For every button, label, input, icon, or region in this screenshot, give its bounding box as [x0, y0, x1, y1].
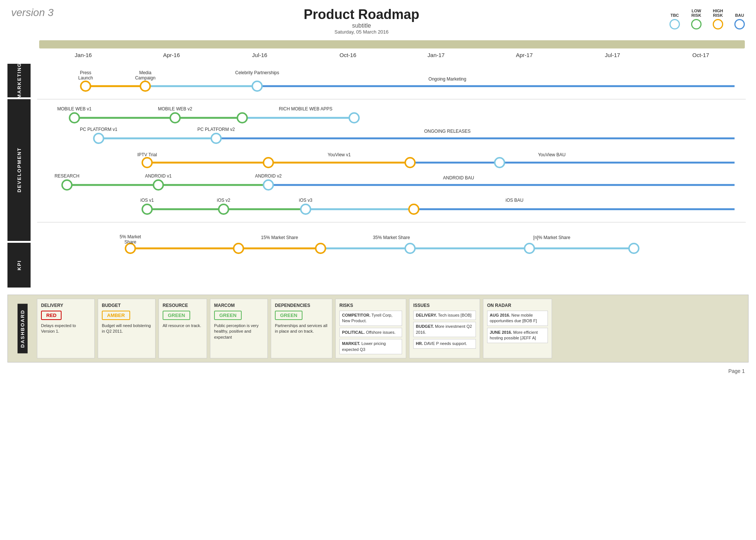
risk-item-3: MARKET. Lower pricing expected Q3	[339, 339, 402, 354]
delivery-card: DELIVERY RED Delays expected to Version …	[37, 299, 95, 358]
svg-text:RICH MOBILE WEB APPS: RICH MOBILE WEB APPS	[279, 106, 332, 112]
svg-text:RESEARCH: RESEARCH	[54, 173, 79, 179]
svg-point-54	[142, 204, 152, 214]
resource-title: RESOURCE	[163, 303, 203, 308]
risks-title: RISKS	[339, 303, 402, 308]
subtitle: subtitle	[304, 22, 419, 29]
section-label-development: DEVELOPMENT	[7, 99, 31, 241]
budget-card: BUDGET AMBER Budget will need bolstering…	[98, 299, 156, 358]
svg-text:YouView v1: YouView v1	[327, 152, 351, 157]
radar-item-1: AUG 2016. New mobile opportunities due […	[487, 311, 548, 326]
svg-text:PC PLATFORM v2: PC PLATFORM v2	[197, 127, 235, 132]
budget-status: AMBER	[102, 311, 130, 320]
radar-card: ON RADAR AUG 2016. New mobile opportunit…	[483, 299, 552, 358]
page-number: Page 1	[0, 366, 756, 376]
month-jul16: Jul-16	[216, 52, 304, 58]
budget-text: Budget will need bolstering in Q2 2011.	[102, 323, 151, 335]
svg-text:iOS v2: iOS v2	[217, 198, 230, 203]
svg-text:Press: Press	[80, 70, 91, 75]
svg-text:[n]% Market Share: [n]% Market Share	[533, 235, 571, 240]
svg-text:iOS v3: iOS v3	[299, 198, 312, 203]
svg-point-43	[62, 180, 72, 190]
dashboard-label-col: DASHBOARD	[12, 299, 33, 358]
resource-card: RESOURCE GREEN All resource on track.	[159, 299, 207, 358]
svg-text:ONGOING RELEASES: ONGOING RELEASES	[424, 129, 471, 134]
month-jan17: Jan-17	[392, 52, 480, 58]
dependencies-card: DEPENDENCIES GREEN Partnerships and serv…	[271, 299, 332, 358]
radar-title: ON RADAR	[487, 303, 548, 308]
marcom-text: Public perception is very healthy, posit…	[214, 323, 264, 340]
month-apr17: Apr-17	[480, 52, 569, 58]
section-label-marketing: MARKETING	[7, 64, 31, 97]
radar-item-2: JUNE 2016. More efficient hosting possib…	[487, 328, 548, 343]
month-apr16: Apr-16	[128, 52, 216, 58]
svg-text:iOS BAU: iOS BAU	[505, 198, 523, 203]
svg-text:15% Market Share: 15% Market Share	[261, 235, 298, 240]
svg-point-25	[94, 134, 104, 143]
gantt-area: Press Launch Media Campaign Celebrity Pa…	[31, 64, 749, 289]
svg-text:Media: Media	[139, 70, 151, 75]
svg-text:35% Market Share: 35% Market Share	[373, 235, 410, 240]
header: version 3 Product Roadmap subtitle Satur…	[0, 0, 756, 35]
svg-point-72	[525, 244, 534, 253]
month-oct16: Oct-16	[304, 52, 392, 58]
marcom-status: GREEN	[214, 311, 242, 320]
bau-circle	[734, 19, 745, 29]
dashboard-cards: DELIVERY RED Delays expected to Version …	[37, 299, 744, 358]
svg-point-18	[238, 113, 247, 123]
low-risk-circle	[691, 19, 702, 29]
svg-text:MOBILE WEB v1: MOBILE WEB v1	[57, 106, 91, 112]
svg-point-70	[316, 244, 326, 253]
svg-point-5	[252, 81, 262, 91]
marcom-card: MARCOM GREEN Public perception is very h…	[210, 299, 268, 358]
main-title: Product Roadmap	[304, 7, 419, 22]
svg-point-71	[405, 244, 415, 253]
issues-title: ISSUES	[413, 303, 476, 308]
svg-point-55	[219, 204, 229, 214]
timeline-header: Jan-16 Apr-16 Jul-16 Oct-16 Jan-17 Apr-1…	[0, 35, 756, 58]
roadmap-main: MARKETING DEVELOPMENT KPI Press Launch M…	[0, 64, 756, 289]
svg-text:IPTV Trial: IPTV Trial	[137, 152, 157, 157]
svg-text:ANDROID BAU: ANDROID BAU	[443, 175, 474, 180]
dependencies-text: Partnerships and services all in place a…	[275, 323, 328, 335]
issue-item-2: BUDGET. More investment Q2 2016.	[413, 322, 476, 337]
svg-point-73	[629, 244, 639, 253]
legend: TBC LOWRISK HIGHRISK BAU	[669, 7, 745, 29]
svg-point-44	[154, 180, 163, 190]
radar-list: AUG 2016. New mobile opportunities due […	[487, 311, 548, 343]
svg-point-35	[405, 158, 415, 167]
svg-point-68	[126, 244, 135, 253]
marcom-title: MARCOM	[214, 303, 264, 308]
svg-text:Ongoing Marketing: Ongoing Marketing	[429, 76, 466, 82]
svg-point-45	[264, 180, 273, 190]
dependencies-status: GREEN	[275, 311, 302, 320]
svg-point-26	[211, 134, 221, 143]
legend-tbc: TBC	[669, 13, 680, 29]
svg-point-19	[349, 113, 359, 123]
svg-text:ANDROID v2: ANDROID v2	[255, 173, 282, 179]
legend-bau: BAU	[734, 13, 745, 29]
svg-point-56	[301, 204, 311, 214]
section-labels-col: MARKETING DEVELOPMENT KPI	[7, 64, 31, 289]
delivery-status: RED	[41, 311, 62, 320]
risks-list: COMPETITOR. Tyrell Corp, New Product. PO…	[339, 311, 402, 354]
issue-item-1: DELIVERY. Tech issues [BOB]	[413, 311, 476, 320]
issue-item-3: HR. DAVE P needs support.	[413, 339, 476, 348]
svg-point-4	[141, 81, 150, 91]
risk-item-2: POLITICAL. Offshore issues.	[339, 328, 402, 337]
timeline-bar	[39, 40, 745, 48]
svg-point-57	[409, 204, 419, 214]
resource-status: GREEN	[163, 311, 190, 320]
month-oct17: Oct-17	[657, 52, 745, 58]
section-label-kpi: KPI	[7, 243, 31, 288]
month-jan16: Jan-16	[39, 52, 128, 58]
delivery-title: DELIVERY	[41, 303, 91, 308]
timeline-months: Jan-16 Apr-16 Jul-16 Oct-16 Jan-17 Apr-1…	[39, 50, 745, 58]
svg-point-33	[142, 158, 152, 167]
gantt-svg: Press Launch Media Campaign Celebrity Pa…	[34, 64, 749, 288]
title-block: Product Roadmap subtitle Saturday, 05 Ma…	[304, 7, 419, 35]
svg-point-3	[81, 81, 91, 91]
date: Saturday, 05 March 2016	[304, 29, 419, 35]
resource-text: All resource on track.	[163, 323, 203, 329]
dashboard-section: DASHBOARD DELIVERY RED Delays expected t…	[7, 295, 749, 362]
